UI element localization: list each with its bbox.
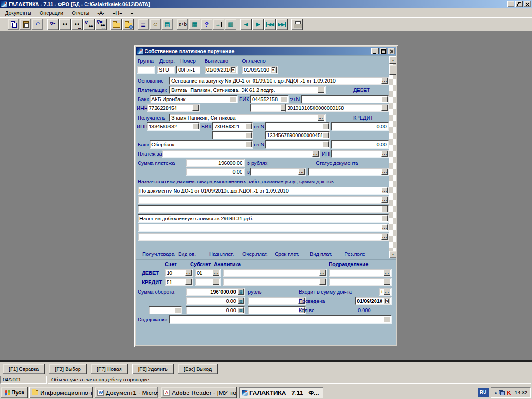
receiver-amount1-field[interactable]: 0.00 (331, 122, 389, 130)
calculator-icon[interactable]: ▦ (238, 298, 244, 304)
f3-select-button[interactable]: [F3] Выбор (49, 364, 87, 374)
filter-search-icon[interactable]: ∇=●● (83, 19, 95, 30)
ellipsis-button[interactable]: ... (381, 215, 388, 221)
ellipsis-button[interactable]: ... (381, 169, 388, 175)
receiver-field[interactable]: Знамя Папикян, Ситникова... (169, 114, 325, 121)
issued-date-field[interactable]: 01/09/20105 (205, 66, 237, 73)
ellipsis-button[interactable]: ... (381, 206, 388, 212)
purpose-line-1[interactable]: По документу No ДО-1 от 01/09/2010г. дог… (138, 187, 389, 194)
payer-bik-field[interactable]: 044552158... (250, 95, 288, 103)
esc-exit-button[interactable]: [Esc] Выход (178, 364, 218, 374)
scroll-up-icon[interactable]: ▲ (389, 56, 396, 64)
ellipsis-button[interactable]: ... (381, 197, 388, 203)
language-indicator[interactable]: RU (478, 388, 489, 397)
tab-payment-term[interactable]: Срок плат. (275, 251, 299, 257)
taskbar-item-adobe[interactable]: A Adobe Reader - [МУ по ... (161, 387, 237, 398)
ellipsis-button[interactable]: ... (322, 141, 329, 147)
ellipsis-button[interactable]: ... (192, 123, 199, 129)
turnover-sum-field[interactable]: 196`000.00▦ (186, 288, 245, 296)
ellipsis-button[interactable]: ... (319, 279, 326, 285)
payment-sum-field[interactable]: 196000.00 (186, 159, 245, 167)
credit-analytics-field[interactable]: ... (223, 278, 326, 286)
purpose-line-5[interactable]: ... (138, 224, 389, 231)
open-folder-icon[interactable] (110, 19, 122, 30)
network-icon[interactable] (499, 390, 505, 395)
payment-sum2-field[interactable]: 0.00 (186, 168, 245, 175)
menu-h[interactable]: =Н= (109, 9, 127, 17)
calendar-icon[interactable]: 5 (384, 298, 390, 304)
purpose-line-4[interactable]: Налог на добавленную стоимость 29898.31 … (138, 214, 389, 222)
ellipsis-button[interactable]: ... (213, 270, 219, 276)
taskbar-item-word[interactable]: W Документ1 - Microsoft ... (95, 387, 158, 398)
credit-division-field[interactable]: ... (329, 278, 391, 286)
debit-account-field[interactable]: 10... (165, 269, 193, 277)
f8-delete-button[interactable]: [F8] Удалить (132, 364, 174, 374)
print-icon[interactable] (291, 19, 303, 30)
debit-subaccount-field[interactable]: 01... (195, 269, 220, 277)
number-field[interactable]: 00Пл-1 (176, 66, 200, 73)
menu-documents[interactable]: Документы (1, 9, 36, 17)
menu-reports[interactable]: Отчеты (67, 9, 93, 17)
ellipsis-button[interactable]: ... (322, 132, 329, 138)
ellipsis-button[interactable]: ... (185, 279, 192, 285)
ellipsis-button[interactable]: ... (318, 115, 324, 121)
scrollbar[interactable]: ▲ ▼ (389, 56, 396, 258)
payer-bank-field[interactable]: АКБ Иронбанк... (150, 95, 237, 103)
ellipsis-button[interactable]: ... (384, 270, 390, 276)
receiver-amount2-field[interactable]: 0.00 (331, 140, 389, 148)
ellipsis-button[interactable]: ... (281, 96, 287, 102)
smiley-icon[interactable]: ☺ (150, 19, 161, 30)
tray-chevron-icon[interactable]: « (494, 390, 497, 395)
turnover-sum3-field[interactable]: 0.00▦ (186, 306, 245, 314)
receiver-inn-field[interactable]: 1334569632... (147, 122, 200, 130)
payment-cur2-field[interactable]: ... (250, 168, 306, 175)
credit-account-field[interactable]: 51... (165, 278, 193, 286)
payer-field[interactable]: Витязь Папикян, Ситникова. ЭК-61 2 подгр… (169, 86, 325, 94)
kaspersky-icon[interactable]: K (507, 390, 511, 396)
taskbar-item-galaktika[interactable]: ГАЛАКТИКА - 7.11 - Ф... (239, 387, 323, 398)
undo-icon[interactable]: ↶ (32, 19, 43, 30)
ab-sum-icon[interactable]: a+b (177, 19, 188, 30)
ellipsis-button[interactable]: ... (213, 279, 219, 285)
turnover-sum2-field[interactable]: 0.00▦ (186, 297, 245, 305)
tab-payment-order[interactable]: Очер.плат. (242, 251, 268, 257)
ellipsis-button[interactable]: ... (384, 316, 390, 322)
exit-icon[interactable]: → (213, 19, 224, 30)
payer-acc-field[interactable]: ... (301, 95, 389, 103)
menu-operations[interactable]: Операции (36, 9, 67, 17)
ellipsis-button[interactable]: ... (381, 187, 388, 193)
receiver-acc2-field[interactable]: ... (265, 140, 330, 148)
dialog-maximize-icon[interactable] (380, 48, 387, 54)
included-in-doc-field[interactable]: +... (379, 288, 391, 296)
scroll-down-icon[interactable]: ▼ (389, 251, 396, 258)
credit-subaccount-field[interactable]: ... (195, 278, 220, 286)
ellipsis-button[interactable]: ... (322, 123, 329, 129)
turnover-cur3-field[interactable]: ... (248, 306, 306, 314)
tab-goods-receiver[interactable]: Получ.товара (142, 251, 175, 257)
search-more-icon[interactable]: ●●... (71, 19, 83, 30)
help-icon[interactable]: ? (201, 19, 212, 30)
tab-operation-type[interactable]: Вид оп. (178, 251, 196, 257)
ellipsis-button[interactable]: ... (381, 224, 388, 230)
ellipsis-button[interactable]: ... (381, 234, 388, 240)
ellipsis-button[interactable]: ... (381, 105, 388, 111)
close-icon[interactable] (524, 1, 531, 7)
ellipsis-button[interactable]: ... (175, 307, 181, 313)
ellipsis-button[interactable]: ... (312, 151, 319, 157)
ellipsis-button[interactable]: ... (318, 87, 324, 93)
receiver-bank-field[interactable]: Сбербанк... (150, 140, 253, 148)
search-icon[interactable]: ●● (59, 19, 71, 30)
windows-panel-icon[interactable]: ▥ (225, 19, 236, 30)
calendar-icon[interactable]: 5 (230, 66, 236, 73)
payer-corr-field[interactable]: ... (250, 104, 288, 112)
payment-for-field[interactable]: ... (162, 150, 320, 157)
purpose-line-6[interactable]: ... (138, 233, 389, 241)
payer-inn-field[interactable]: 7726228454... (147, 104, 200, 112)
start-button[interactable]: Пуск (1, 387, 28, 398)
receiver-corr-acc-field[interactable]: 12345678900000000458... (265, 131, 330, 139)
menu-a[interactable]: -А- (93, 9, 109, 17)
ellipsis-button[interactable]: ... (245, 141, 252, 147)
ellipsis-button[interactable]: ... (381, 78, 388, 84)
doc-status-field[interactable]: ... (308, 168, 389, 175)
taskbar-item-folder[interactable]: Информационно-техно... (29, 387, 93, 398)
